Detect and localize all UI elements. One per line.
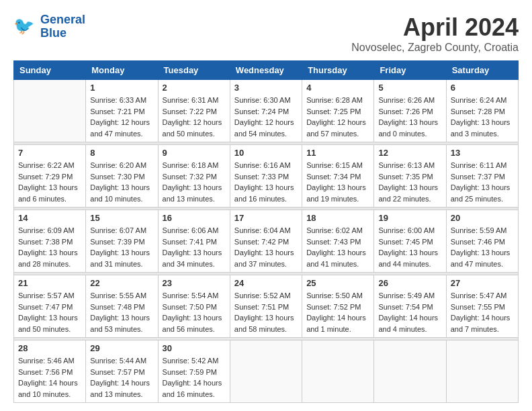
day-number: 21 (18, 278, 81, 288)
day-number: 1 (90, 83, 153, 93)
day-of-week-header: Thursday (302, 61, 374, 80)
calendar-cell: 5Sunrise: 6:26 AMSunset: 7:26 PMDaylight… (374, 80, 446, 142)
day-info: Sunrise: 6:33 AMSunset: 7:21 PMDaylight:… (90, 95, 153, 139)
day-info: Sunrise: 6:18 AMSunset: 7:32 PMDaylight:… (163, 160, 226, 204)
day-number: 13 (451, 148, 514, 158)
day-number: 22 (90, 278, 153, 288)
day-number: 6 (451, 83, 514, 93)
day-info: Sunrise: 5:52 AMSunset: 7:51 PMDaylight:… (234, 290, 298, 334)
day-info: Sunrise: 5:50 AMSunset: 7:52 PMDaylight:… (306, 290, 369, 334)
day-info: Sunrise: 6:22 AMSunset: 7:29 PMDaylight:… (18, 160, 81, 204)
days-of-week-row: SundayMondayTuesdayWednesdayThursdayFrid… (14, 61, 519, 80)
day-number: 2 (163, 83, 226, 93)
calendar-cell: 20Sunrise: 5:59 AMSunset: 7:46 PMDayligh… (446, 210, 518, 273)
calendar-cell: 11Sunrise: 6:15 AMSunset: 7:34 PMDayligh… (302, 145, 374, 208)
calendar-cell: 2Sunrise: 6:31 AMSunset: 7:22 PMDaylight… (158, 80, 230, 142)
page-header: 🐦 General Blue April 2024 Novoselec, Zag… (13, 13, 519, 54)
week-row: 7Sunrise: 6:22 AMSunset: 7:29 PMDaylight… (14, 145, 519, 208)
day-number: 23 (163, 278, 226, 288)
calendar-cell: 6Sunrise: 6:24 AMSunset: 7:28 PMDaylight… (446, 80, 518, 142)
calendar-cell: 18Sunrise: 6:02 AMSunset: 7:43 PMDayligh… (302, 210, 374, 273)
day-number: 27 (451, 278, 514, 288)
location: Novoselec, Zagreb County, Croatia (351, 42, 519, 54)
calendar-cell: 28Sunrise: 5:46 AMSunset: 7:56 PMDayligh… (14, 340, 86, 403)
day-info: Sunrise: 6:04 AMSunset: 7:42 PMDaylight:… (234, 225, 298, 269)
day-info: Sunrise: 6:16 AMSunset: 7:33 PMDaylight:… (234, 160, 298, 204)
day-info: Sunrise: 5:42 AMSunset: 7:59 PMDaylight:… (163, 355, 226, 400)
calendar-cell: 27Sunrise: 5:47 AMSunset: 7:55 PMDayligh… (446, 275, 518, 338)
logo-line1: General (40, 13, 85, 26)
day-number: 17 (234, 213, 298, 223)
day-info: Sunrise: 5:57 AMSunset: 7:47 PMDaylight:… (18, 290, 81, 334)
day-info: Sunrise: 6:07 AMSunset: 7:39 PMDaylight:… (90, 225, 153, 269)
day-info: Sunrise: 5:49 AMSunset: 7:54 PMDaylight:… (378, 290, 441, 334)
day-number: 29 (90, 343, 153, 353)
day-number: 30 (163, 343, 226, 353)
calendar-cell (374, 340, 446, 403)
calendar-body: 1Sunrise: 6:33 AMSunset: 7:21 PMDaylight… (14, 80, 519, 403)
calendar-cell (14, 80, 86, 142)
calendar-cell: 14Sunrise: 6:09 AMSunset: 7:38 PMDayligh… (14, 210, 86, 273)
day-info: Sunrise: 5:47 AMSunset: 7:55 PMDaylight:… (451, 290, 514, 334)
day-info: Sunrise: 5:46 AMSunset: 7:56 PMDaylight:… (18, 355, 81, 400)
day-of-week-header: Tuesday (158, 61, 230, 80)
calendar-cell: 15Sunrise: 6:07 AMSunset: 7:39 PMDayligh… (86, 210, 158, 273)
calendar-cell (302, 340, 374, 403)
calendar-cell: 23Sunrise: 5:54 AMSunset: 7:50 PMDayligh… (158, 275, 230, 338)
day-number: 4 (306, 83, 369, 93)
calendar-cell: 24Sunrise: 5:52 AMSunset: 7:51 PMDayligh… (230, 275, 302, 338)
calendar-cell: 1Sunrise: 6:33 AMSunset: 7:21 PMDaylight… (86, 80, 158, 142)
logo-text: General Blue (40, 13, 85, 40)
calendar-cell: 29Sunrise: 5:44 AMSunset: 7:57 PMDayligh… (86, 340, 158, 403)
day-number: 28 (18, 343, 81, 353)
day-info: Sunrise: 6:13 AMSunset: 7:35 PMDaylight:… (378, 160, 441, 204)
day-of-week-header: Sunday (14, 61, 86, 80)
day-number: 16 (163, 213, 226, 223)
svg-text:🐦: 🐦 (13, 15, 35, 36)
day-number: 15 (90, 213, 153, 223)
calendar-cell: 13Sunrise: 6:11 AMSunset: 7:37 PMDayligh… (446, 145, 518, 208)
calendar-table: SundayMondayTuesdayWednesdayThursdayFrid… (13, 60, 519, 403)
day-number: 10 (234, 148, 298, 158)
calendar-cell: 19Sunrise: 6:00 AMSunset: 7:45 PMDayligh… (374, 210, 446, 273)
calendar-cell: 16Sunrise: 6:06 AMSunset: 7:41 PMDayligh… (158, 210, 230, 273)
day-number: 19 (378, 213, 441, 223)
day-info: Sunrise: 6:31 AMSunset: 7:22 PMDaylight:… (163, 95, 226, 139)
day-info: Sunrise: 5:44 AMSunset: 7:57 PMDaylight:… (90, 355, 153, 400)
day-of-week-header: Monday (86, 61, 158, 80)
logo: 🐦 General Blue (13, 13, 85, 40)
calendar-cell: 26Sunrise: 5:49 AMSunset: 7:54 PMDayligh… (374, 275, 446, 338)
day-number: 25 (306, 278, 369, 288)
calendar-cell: 17Sunrise: 6:04 AMSunset: 7:42 PMDayligh… (230, 210, 302, 273)
day-of-week-header: Wednesday (230, 61, 302, 80)
day-info: Sunrise: 5:54 AMSunset: 7:50 PMDaylight:… (163, 290, 226, 334)
week-row: 28Sunrise: 5:46 AMSunset: 7:56 PMDayligh… (14, 340, 519, 403)
week-row: 1Sunrise: 6:33 AMSunset: 7:21 PMDaylight… (14, 80, 519, 142)
calendar-cell: 10Sunrise: 6:16 AMSunset: 7:33 PMDayligh… (230, 145, 302, 208)
day-number: 7 (18, 148, 81, 158)
day-number: 8 (90, 148, 153, 158)
day-number: 5 (378, 83, 441, 93)
day-info: Sunrise: 5:55 AMSunset: 7:48 PMDaylight:… (90, 290, 153, 334)
calendar-cell: 22Sunrise: 5:55 AMSunset: 7:48 PMDayligh… (86, 275, 158, 338)
day-info: Sunrise: 6:06 AMSunset: 7:41 PMDaylight:… (163, 225, 226, 269)
day-number: 26 (378, 278, 441, 288)
calendar-cell (446, 340, 518, 403)
title-section: April 2024 Novoselec, Zagreb County, Cro… (351, 13, 519, 54)
month-title: April 2024 (351, 13, 519, 42)
day-info: Sunrise: 6:20 AMSunset: 7:30 PMDaylight:… (90, 160, 153, 204)
calendar-cell: 9Sunrise: 6:18 AMSunset: 7:32 PMDaylight… (158, 145, 230, 208)
day-info: Sunrise: 6:09 AMSunset: 7:38 PMDaylight:… (18, 225, 81, 269)
day-number: 14 (18, 213, 81, 223)
day-number: 20 (451, 213, 514, 223)
week-row: 14Sunrise: 6:09 AMSunset: 7:38 PMDayligh… (14, 210, 519, 273)
calendar-cell: 30Sunrise: 5:42 AMSunset: 7:59 PMDayligh… (158, 340, 230, 403)
day-info: Sunrise: 6:30 AMSunset: 7:24 PMDaylight:… (234, 95, 298, 139)
calendar-cell: 21Sunrise: 5:57 AMSunset: 7:47 PMDayligh… (14, 275, 86, 338)
calendar-cell: 25Sunrise: 5:50 AMSunset: 7:52 PMDayligh… (302, 275, 374, 338)
calendar-cell: 4Sunrise: 6:28 AMSunset: 7:25 PMDaylight… (302, 80, 374, 142)
calendar-cell: 12Sunrise: 6:13 AMSunset: 7:35 PMDayligh… (374, 145, 446, 208)
day-of-week-header: Saturday (446, 61, 518, 80)
day-info: Sunrise: 5:59 AMSunset: 7:46 PMDaylight:… (451, 225, 514, 269)
logo-line2: Blue (40, 26, 66, 40)
